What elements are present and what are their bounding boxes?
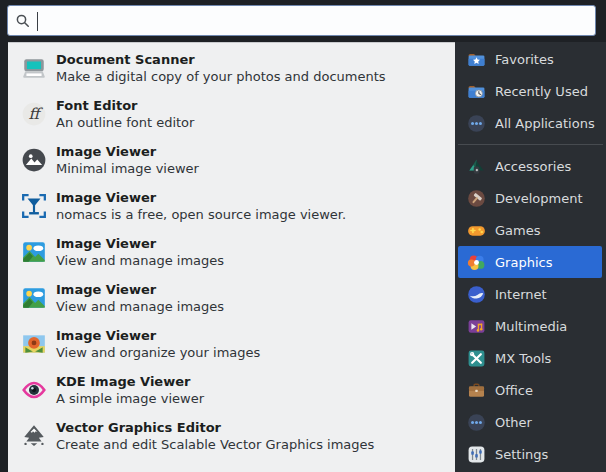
sidebar-item-internet[interactable]: Internet	[458, 278, 602, 310]
settings-icon	[467, 445, 486, 464]
search-input[interactable]	[32, 6, 595, 35]
app-description: Make a digital copy of your photos and d…	[56, 68, 386, 85]
text-caret	[37, 12, 38, 31]
office-icon	[467, 381, 486, 400]
development-icon	[467, 189, 486, 208]
category-sidebar[interactable]: Favorites Recently Used All Applications…	[455, 42, 606, 472]
search-icon	[14, 12, 32, 30]
category-label: Office	[495, 383, 533, 398]
photo-landscape-icon	[21, 239, 47, 265]
category-label: Other	[495, 415, 532, 430]
category-label: Recently Used	[495, 84, 588, 99]
sidebar-item-accessories[interactable]: Accessories	[458, 150, 602, 182]
app-description: View and manage images	[56, 252, 224, 269]
sidebar-separator	[458, 144, 603, 145]
app-list-item[interactable]: Image Viewer View and manage images	[8, 229, 455, 275]
scanner-icon	[21, 55, 47, 81]
app-description: A simple image viewer	[56, 390, 204, 407]
app-list-item[interactable]: Image Viewer View and organize your imag…	[8, 321, 455, 367]
nomacs-icon	[21, 193, 47, 219]
mx-tools-icon	[467, 349, 486, 368]
image-circle-icon	[21, 147, 47, 173]
app-list-item[interactable]: Image Viewer nomacs is a free, open sour…	[8, 183, 455, 229]
sidebar-item-all-applications[interactable]: All Applications	[458, 107, 602, 139]
search-bar	[7, 5, 596, 36]
sidebar-item-office[interactable]: Office	[458, 374, 602, 406]
graphics-icon	[467, 253, 486, 272]
category-label: Accessories	[495, 159, 571, 174]
category-label: Settings	[495, 447, 548, 462]
all-applications-icon	[467, 114, 486, 133]
category-label: Internet	[495, 287, 547, 302]
sidebar-item-graphics[interactable]: Graphics	[458, 246, 602, 278]
app-title: Image Viewer	[56, 281, 224, 298]
app-description: View and manage images	[56, 298, 224, 315]
gthumb-flower-icon	[21, 331, 47, 357]
other-icon	[467, 413, 486, 432]
sidebar-item-games[interactable]: Games	[458, 214, 602, 246]
sidebar-item-development[interactable]: Development	[458, 182, 602, 214]
app-title: Vector Graphics Editor	[56, 419, 374, 436]
category-label: MX Tools	[495, 351, 551, 366]
app-list-item[interactable]: ff Font Editor An outline font editor	[8, 91, 455, 137]
app-title: Document Scanner	[56, 51, 386, 68]
sidebar-item-mx-tools[interactable]: MX Tools	[458, 342, 602, 374]
gwenview-eye-icon	[21, 377, 47, 403]
sidebar-item-settings[interactable]: Settings	[458, 438, 602, 470]
category-label: Development	[495, 191, 583, 206]
category-label: Favorites	[495, 52, 554, 67]
app-list[interactable]: Document Scanner Make a digital copy of …	[8, 42, 455, 472]
sidebar-item-recently-used[interactable]: Recently Used	[458, 75, 602, 107]
photo-landscape-icon	[21, 285, 47, 311]
app-title: Image Viewer	[56, 235, 224, 252]
app-title: Image Viewer	[56, 143, 199, 160]
games-icon	[467, 221, 486, 240]
app-description: nomacs is a free, open source image view…	[56, 206, 346, 223]
app-title: KDE Image Viewer	[56, 373, 204, 390]
sidebar-item-other[interactable]: Other	[458, 406, 602, 438]
category-label: Multimedia	[495, 319, 567, 334]
app-title: Font Editor	[56, 97, 194, 114]
fontforge-icon: ff	[21, 101, 47, 127]
accessories-icon	[467, 157, 486, 176]
app-list-item[interactable]: Vector Graphics Editor Create and edit S…	[8, 413, 455, 459]
inkscape-icon	[21, 423, 47, 449]
app-description: Create and edit Scalable Vector Graphics…	[56, 436, 374, 453]
folder-star-icon	[467, 50, 486, 69]
app-description: Minimal image viewer	[56, 160, 199, 177]
app-title: Image Viewer	[56, 327, 260, 344]
app-title: Image Viewer	[56, 189, 346, 206]
multimedia-icon	[467, 317, 486, 336]
app-list-item[interactable]: Image Viewer Minimal image viewer	[8, 137, 455, 183]
internet-icon	[467, 285, 486, 304]
app-description: View and organize your images	[56, 344, 260, 361]
category-label: All Applications	[495, 116, 595, 131]
app-list-item[interactable]: KDE Image Viewer A simple image viewer	[8, 367, 455, 413]
sidebar-item-favorites[interactable]: Favorites	[458, 43, 602, 75]
app-description: An outline font editor	[56, 114, 194, 131]
category-label: Games	[495, 223, 540, 238]
folder-clock-icon	[467, 82, 486, 101]
sidebar-item-multimedia[interactable]: Multimedia	[458, 310, 602, 342]
app-list-item[interactable]: Document Scanner Make a digital copy of …	[8, 45, 455, 91]
app-list-item[interactable]: Image Viewer View and manage images	[8, 275, 455, 321]
category-label: Graphics	[495, 255, 552, 270]
